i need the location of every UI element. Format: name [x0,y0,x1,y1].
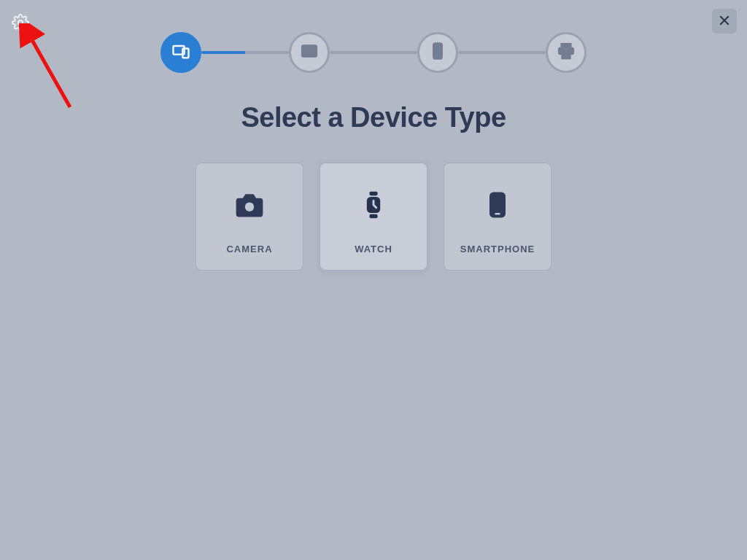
svg-rect-16 [370,214,378,219]
svg-point-9 [437,54,438,55]
svg-rect-10 [561,44,571,48]
svg-rect-18 [495,213,500,215]
svg-point-0 [18,20,23,25]
close-icon [718,14,731,29]
wizard-stepper [0,32,747,73]
device-option-smartphone[interactable]: SMARTPHONE [444,163,551,271]
step-basic-info[interactable] [289,32,330,73]
watch-icon [357,189,390,223]
device-option-watch[interactable]: WATCH [320,163,427,271]
svg-rect-15 [370,192,378,196]
step-connector-3 [458,51,546,54]
step-connector-2 [330,51,417,54]
svg-point-13 [245,203,254,211]
device-option-camera[interactable]: CAMERA [196,163,303,271]
device-type-grid: CAMERA WATCH SMARTPHONE [0,163,747,271]
device-option-label: WATCH [355,244,392,254]
smartphone-icon [481,189,514,223]
device-option-label: SMARTPHONE [460,244,535,254]
svg-rect-12 [562,52,570,58]
close-button[interactable] [712,9,737,34]
devices-icon [171,41,191,64]
step-device-type[interactable] [160,32,201,73]
svg-point-6 [307,47,311,52]
step-connector-1 [201,51,289,54]
camera-icon [233,189,266,223]
printer-icon [556,41,576,64]
person-card-icon [299,41,320,64]
settings-button[interactable] [10,13,31,34]
gear-icon [12,14,29,34]
step-device-data[interactable] [417,32,458,73]
page-title: Select a Device Type [0,102,747,133]
phone-alert-icon [427,41,448,64]
step-label[interactable] [546,32,587,73]
device-option-label: CAMERA [226,244,272,254]
